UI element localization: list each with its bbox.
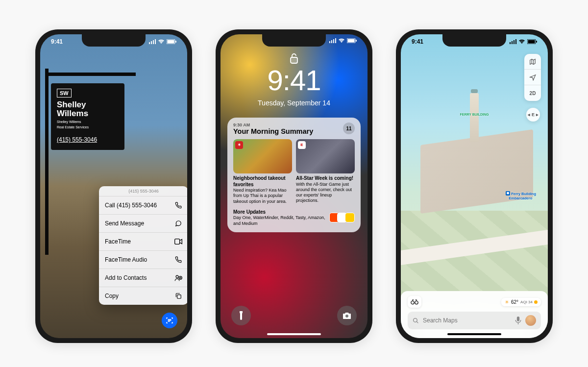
svg-point-30 — [415, 301, 418, 304]
menu-item-add-contact[interactable]: Add to Contacts — [99, 269, 187, 287]
lock-date: Tuesday, September 14 — [220, 99, 368, 107]
menu-item-facetime-audio[interactable]: FaceTime Audio — [99, 251, 187, 269]
svg-rect-5 — [168, 40, 174, 44]
live-text-button[interactable] — [162, 313, 177, 328]
more-updates-row[interactable]: More Updates Day One, WaterMinder, Reddi… — [233, 209, 355, 226]
tile-2-body: With the All-Star Game just around the c… — [296, 182, 355, 204]
tile-2-image: E — [296, 139, 355, 173]
maps-search-bar[interactable] — [408, 312, 541, 329]
tile-1-image: ✶ — [233, 139, 292, 173]
weather-icon: ☀︎ — [505, 299, 509, 305]
status-indicators — [329, 38, 357, 43]
sign-name-line2: Willems — [57, 109, 119, 118]
status-indicators — [510, 38, 537, 45]
svg-point-29 — [411, 301, 414, 304]
svg-rect-7 — [175, 239, 180, 245]
cellular-icon — [510, 39, 516, 44]
map-mode-button[interactable] — [524, 54, 541, 70]
svg-rect-32 — [517, 317, 519, 321]
svg-rect-14 — [335, 38, 336, 43]
search-icon — [413, 318, 419, 324]
svg-point-8 — [176, 275, 178, 278]
battery-icon — [167, 39, 176, 44]
sign-sub-line2: Real Estate Services — [57, 125, 119, 129]
menu-item-label: FaceTime Audio — [105, 256, 147, 263]
maps-bottom-sheet[interactable]: ☀︎ 62° AQI 34 — [401, 291, 548, 338]
battery-icon — [347, 38, 357, 43]
svg-rect-26 — [536, 41, 537, 43]
svg-rect-1 — [151, 41, 152, 44]
svg-rect-10 — [177, 295, 181, 299]
ferry-building-tower — [470, 93, 479, 142]
menu-item-copy[interactable]: Copy — [99, 287, 187, 305]
maps-canvas[interactable]: 9:41 FERRY BUILDING — [401, 34, 548, 338]
menu-item-facetime[interactable]: FaceTime — [99, 233, 187, 251]
menu-item-label: Add to Contacts — [105, 274, 147, 281]
menu-item-message[interactable]: Send Message — [99, 215, 187, 233]
locate-me-button[interactable] — [524, 70, 541, 85]
summary-tile-2[interactable]: E All-Star Week is coming! With the All-… — [296, 139, 355, 204]
video-icon — [174, 238, 182, 245]
lock-wallpaper: 9:41 Tuesday, September 14 9:30 AM Your … — [220, 34, 368, 338]
home-indicator[interactable] — [267, 333, 321, 335]
message-icon — [174, 220, 182, 227]
battery-icon — [527, 39, 537, 44]
svg-point-19 — [345, 315, 348, 318]
live-text-context-menu: (415) 555-3046 Call (415) 555-3046 Send … — [99, 186, 187, 305]
aqi-indicator-icon — [534, 300, 538, 304]
sign-arm — [45, 73, 136, 76]
camera-button[interactable] — [337, 306, 357, 325]
aqi-label: AQI 34 — [520, 300, 533, 304]
menu-item-label: Copy — [105, 293, 119, 299]
sign-phone-number[interactable]: (415) 555-3046 — [57, 136, 119, 143]
svg-rect-22 — [514, 40, 514, 44]
map-2d-button[interactable]: 2D — [524, 85, 541, 101]
svg-rect-28 — [507, 192, 509, 195]
lock-time: 9:41 — [220, 64, 368, 97]
menu-item-call[interactable]: Call (415) 555-3046 — [99, 196, 187, 215]
compass-button[interactable]: ◂ E ▸ — [526, 108, 540, 122]
svg-rect-13 — [333, 39, 334, 43]
notification-summary-card[interactable]: 9:30 AM Your Morning Summary 11 ✶ Neighb… — [227, 118, 361, 232]
sign-name-line1: Shelley — [57, 100, 119, 109]
svg-rect-11 — [329, 41, 330, 43]
summary-title: Your Morning Summary — [233, 127, 313, 135]
sign-logo: SW — [57, 89, 72, 98]
notch — [262, 34, 326, 47]
svg-rect-2 — [153, 40, 154, 44]
svg-rect-0 — [149, 42, 150, 44]
svg-rect-25 — [528, 40, 535, 44]
map-controls: 2D — [524, 54, 541, 101]
status-time: 9:41 — [51, 38, 63, 45]
transit-label[interactable]: Ferry Building Embarcadero — [506, 191, 536, 200]
wifi-icon — [158, 39, 165, 44]
status-indicators — [149, 38, 176, 45]
summary-time: 9:30 AM — [233, 122, 313, 127]
more-app-icons — [331, 213, 355, 222]
search-input[interactable] — [423, 317, 511, 324]
cellular-icon — [329, 38, 336, 43]
poi-label[interactable]: FERRY BUILDING — [460, 113, 489, 116]
svg-rect-18 — [291, 57, 297, 63]
menu-item-label: Send Message — [105, 220, 144, 227]
look-around-button[interactable] — [408, 296, 421, 308]
wifi-icon — [518, 39, 525, 44]
sign-post — [45, 69, 49, 255]
summary-count-badge: 11 — [343, 122, 355, 134]
svg-rect-6 — [175, 41, 176, 43]
weather-temp: 62° — [511, 299, 518, 305]
profile-avatar[interactable] — [525, 315, 536, 326]
phone-maps: 9:41 FERRY BUILDING — [396, 29, 553, 343]
home-indicator[interactable] — [447, 333, 501, 335]
summary-tile-1[interactable]: ✶ Neighborhood takeout favorites Need in… — [233, 139, 292, 204]
phone-icon — [174, 256, 182, 264]
svg-rect-20 — [510, 42, 511, 44]
tile-1-body: Need inspiration? Kea Mao from Up Thai i… — [233, 188, 292, 204]
weather-widget[interactable]: ☀︎ 62° AQI 34 — [501, 298, 541, 306]
flashlight-button[interactable] — [231, 306, 251, 325]
microphone-icon[interactable] — [515, 317, 521, 324]
copy-icon — [174, 292, 182, 300]
svg-rect-21 — [512, 41, 513, 44]
phone-live-text: 9:41 SW Shelley Willems — [35, 29, 192, 343]
menu-item-label: FaceTime — [105, 238, 131, 245]
